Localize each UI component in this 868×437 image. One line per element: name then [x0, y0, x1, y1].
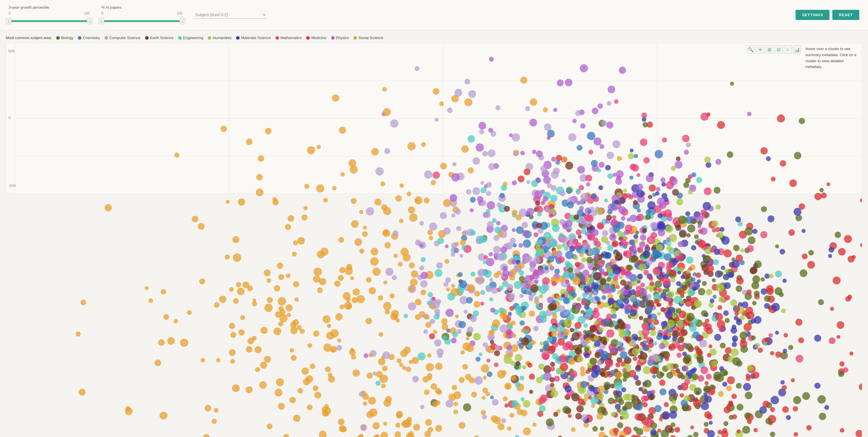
- svg-point-383: [676, 156, 681, 161]
- svg-point-1225: [502, 315, 507, 320]
- legend-item-materials-science[interactable]: Materials Science: [236, 36, 271, 40]
- legend-item-physics[interactable]: Physics: [331, 36, 349, 40]
- svg-point-1469: [666, 288, 670, 292]
- ai-papers-thumb-right[interactable]: [180, 18, 185, 24]
- svg-point-2353: [561, 294, 565, 298]
- settings-button[interactable]: SETTINGS: [796, 10, 830, 20]
- legend-dot-chemistry: [78, 36, 82, 40]
- legend-item-medicine[interactable]: Medicine: [306, 36, 326, 40]
- svg-point-2744: [633, 239, 638, 243]
- svg-point-1393: [512, 133, 520, 141]
- growth-percentile-thumb-right[interactable]: [87, 18, 93, 24]
- zoom-in-icon[interactable]: 🔍: [747, 45, 755, 54]
- svg-point-345: [409, 213, 417, 222]
- legend-item-social-science[interactable]: Social Science: [353, 36, 383, 40]
- svg-point-1412: [372, 267, 381, 276]
- svg-point-1850: [415, 314, 421, 320]
- svg-point-2167: [728, 415, 734, 420]
- zoom-out-icon[interactable]: ⊟: [774, 45, 782, 54]
- svg-point-2483: [703, 202, 711, 210]
- svg-point-2595: [304, 184, 309, 189]
- svg-point-127: [396, 195, 402, 201]
- svg-point-2086: [723, 421, 728, 426]
- legend-item-earth-science[interactable]: Earth Science: [145, 36, 174, 40]
- svg-point-257: [371, 148, 379, 156]
- svg-point-1711: [671, 277, 675, 282]
- svg-point-334: [451, 213, 455, 217]
- svg-point-2020: [658, 229, 665, 236]
- svg-point-346: [597, 168, 601, 172]
- svg-point-2100: [586, 175, 592, 181]
- svg-point-2049: [753, 428, 758, 432]
- svg-point-2153: [660, 372, 664, 376]
- svg-point-2002: [653, 267, 660, 275]
- svg-point-703: [661, 182, 666, 187]
- svg-point-678: [161, 289, 166, 295]
- svg-point-1065: [340, 426, 347, 432]
- scatter-plot[interactable]: [15, 43, 862, 437]
- zoom-box-icon[interactable]: ⊞: [765, 45, 773, 54]
- svg-point-805: [444, 259, 449, 264]
- svg-point-2569: [746, 290, 751, 295]
- legend-item-mathematics[interactable]: Mathematics: [276, 36, 302, 40]
- svg-point-1990: [657, 288, 661, 292]
- legend-item-humanities[interactable]: Humanities: [208, 36, 231, 40]
- ai-papers-track[interactable]: [101, 18, 183, 24]
- svg-point-573: [307, 405, 313, 410]
- svg-point-2419: [551, 300, 556, 304]
- legend-item-biology[interactable]: Biology: [56, 36, 73, 40]
- svg-point-323: [525, 106, 530, 111]
- svg-point-2674: [575, 347, 581, 354]
- legend-item-chemistry[interactable]: Chemistry: [78, 36, 100, 40]
- svg-point-2130: [378, 295, 383, 300]
- svg-point-1264: [232, 384, 240, 392]
- svg-point-609: [780, 160, 786, 167]
- pan-icon[interactable]: ✛: [756, 45, 764, 54]
- svg-point-2706: [591, 160, 598, 167]
- svg-point-2542: [569, 328, 574, 332]
- reset-button[interactable]: RESET: [832, 10, 859, 20]
- svg-point-291: [794, 152, 801, 160]
- svg-point-1575: [577, 166, 585, 174]
- svg-point-2140: [609, 346, 616, 353]
- svg-point-2636: [707, 265, 714, 272]
- svg-point-2549: [607, 101, 612, 106]
- svg-point-2680: [307, 146, 315, 154]
- svg-point-2814: [672, 400, 676, 405]
- svg-point-1294: [660, 307, 665, 312]
- svg-point-2413: [396, 413, 402, 418]
- svg-point-2330: [529, 295, 534, 300]
- legend-item-engineering[interactable]: Engineering: [178, 36, 203, 40]
- svg-point-2612: [351, 355, 356, 360]
- svg-point-1207: [480, 302, 485, 306]
- svg-point-2607: [648, 342, 654, 348]
- svg-point-2521: [520, 77, 527, 83]
- svg-point-2585: [492, 320, 500, 328]
- svg-point-2650: [523, 239, 531, 248]
- svg-point-2528: [620, 279, 626, 285]
- svg-point-200: [580, 64, 588, 72]
- svg-point-523: [771, 396, 779, 404]
- svg-point-1653: [556, 155, 562, 161]
- svg-point-890: [503, 397, 507, 401]
- growth-percentile-track[interactable]: [9, 18, 90, 24]
- ai-papers-thumb-left[interactable]: [98, 18, 104, 24]
- svg-point-2705: [607, 277, 611, 282]
- svg-point-2842: [650, 429, 656, 435]
- svg-point-2355: [546, 238, 550, 242]
- subject-dropdown-group: Subject (level 0-2): [194, 11, 267, 19]
- svg-point-1189: [669, 302, 673, 306]
- svg-point-942: [401, 422, 406, 427]
- bar-chart-icon[interactable]: 📊: [793, 45, 801, 54]
- legend-item-computer-science[interactable]: Computer Science: [104, 36, 141, 40]
- growth-percentile-thumb-left[interactable]: [6, 18, 11, 24]
- svg-point-2589: [666, 298, 671, 302]
- svg-point-1847: [740, 345, 748, 353]
- subject-select[interactable]: Subject (level 0-2): [194, 11, 267, 19]
- home-icon[interactable]: ⌂: [784, 45, 792, 54]
- svg-point-2079: [540, 165, 547, 172]
- svg-point-146: [323, 198, 328, 203]
- svg-point-497: [461, 145, 469, 153]
- svg-point-2448: [739, 231, 747, 238]
- svg-point-1433: [676, 308, 682, 314]
